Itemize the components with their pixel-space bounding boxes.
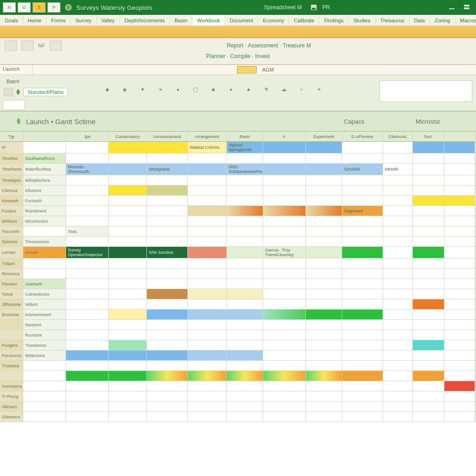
cell[interactable]: Segmeant <box>342 206 383 216</box>
cell[interactable] <box>383 258 413 269</box>
cell[interactable] <box>23 142 66 153</box>
cell[interactable] <box>342 289 383 299</box>
cell[interactable] <box>147 216 188 226</box>
pin-icon[interactable]: ◉ <box>120 84 130 94</box>
cell[interactable] <box>306 361 342 371</box>
cell[interactable] <box>444 330 475 340</box>
tab-valley[interactable]: Valley <box>97 15 120 26</box>
cell[interactable] <box>147 279 188 289</box>
cell[interactable] <box>66 361 109 371</box>
cell[interactable] <box>66 310 109 320</box>
cell[interactable] <box>188 340 227 350</box>
cell[interactable] <box>109 320 147 330</box>
cell[interactable] <box>413 402 444 412</box>
cell[interactable] <box>306 175 342 185</box>
minimize-button[interactable] <box>445 2 458 13</box>
cell[interactable] <box>413 153 444 164</box>
cell[interactable] <box>227 185 263 196</box>
cell[interactable] <box>147 206 188 216</box>
cell[interactable] <box>227 216 263 226</box>
row-header[interactable]: M <box>0 142 23 153</box>
cell[interactable] <box>227 361 263 371</box>
cell[interactable] <box>147 142 188 153</box>
col-header[interactable]: Sort. <box>413 132 444 142</box>
cell[interactable] <box>383 185 413 196</box>
cell[interactable] <box>342 320 383 330</box>
cell[interactable] <box>444 237 475 247</box>
cell[interactable] <box>227 412 263 422</box>
cell[interactable] <box>306 247 342 258</box>
ring-icon[interactable]: ◯ <box>191 84 201 94</box>
cell[interactable] <box>306 279 342 289</box>
cell[interactable] <box>188 258 227 269</box>
row-header[interactable] <box>0 371 23 381</box>
hills-icon[interactable]: ⛰ <box>279 84 289 94</box>
cell[interactable] <box>227 175 263 185</box>
tab-thesaurus[interactable]: Thesaurus <box>376 15 410 26</box>
cell[interactable] <box>66 371 109 381</box>
row-header[interactable]: Tokee <box>0 289 23 299</box>
tab-zoning[interactable]: Zoning <box>430 15 456 26</box>
cell[interactable] <box>188 350 227 361</box>
cell[interactable] <box>342 185 383 196</box>
row-header[interactable]: Trosesca <box>0 361 23 371</box>
cell[interactable] <box>66 391 109 402</box>
cell[interactable] <box>413 299 444 310</box>
terrain-selector[interactable]: Standard/Plains <box>23 88 68 96</box>
cell[interactable] <box>188 175 227 185</box>
quick-print-button[interactable]: P <box>47 2 60 13</box>
tab-document[interactable]: Document <box>225 15 258 26</box>
cell[interactable] <box>109 289 147 299</box>
cell[interactable] <box>383 216 413 226</box>
cell[interactable] <box>109 175 147 185</box>
cell[interactable] <box>263 340 306 350</box>
cell[interactable] <box>66 258 109 269</box>
cell[interactable] <box>342 340 383 350</box>
cell[interactable] <box>413 279 444 289</box>
cell[interactable] <box>413 350 444 361</box>
cell[interactable] <box>383 391 413 402</box>
row-header[interactable]: Syrauns <box>0 237 23 247</box>
sun-icon[interactable]: ☀ <box>314 84 324 94</box>
cell[interactable] <box>188 216 227 226</box>
cell[interactable] <box>147 391 188 402</box>
icon-button[interactable] <box>4 88 13 96</box>
cell[interactable] <box>383 412 413 422</box>
cell[interactable] <box>66 153 109 164</box>
cell[interactable] <box>109 371 147 381</box>
cell[interactable] <box>147 196 188 206</box>
cell[interactable] <box>263 216 306 226</box>
cell[interactable] <box>413 371 444 381</box>
cell[interactable] <box>188 391 227 402</box>
quick-save-button[interactable]: S <box>33 2 46 13</box>
cell[interactable] <box>66 320 109 330</box>
cell[interactable] <box>444 196 475 206</box>
cell[interactable] <box>188 330 227 340</box>
cell[interactable] <box>66 381 109 391</box>
flask-icon[interactable]: ⚗ <box>261 84 271 94</box>
cell[interactable]: Garcus · Troy · Transit/Journey <box>263 247 306 258</box>
tab-macros[interactable]: Macros <box>456 15 476 26</box>
cell[interactable] <box>342 269 383 279</box>
cell[interactable] <box>413 216 444 226</box>
cell[interactable] <box>147 226 188 237</box>
col-header[interactable]: Basin <box>227 132 263 142</box>
cell[interactable]: Waterfloothea <box>23 164 66 175</box>
cell[interactable] <box>147 402 188 412</box>
cell[interactable] <box>109 142 147 153</box>
row-header[interactable]: Ti Phong <box>0 391 23 402</box>
cell[interactable] <box>188 226 227 237</box>
cell[interactable] <box>306 299 342 310</box>
cell[interactable] <box>342 142 383 153</box>
cell[interactable] <box>383 153 413 164</box>
tab-workbook[interactable]: Workbook <box>192 15 225 26</box>
row-header[interactable] <box>0 320 23 330</box>
cell[interactable] <box>263 164 306 175</box>
cell[interactable]: Inploud Springsoosh <box>227 142 263 153</box>
cell[interactable] <box>227 310 263 320</box>
cell[interactable] <box>147 412 188 422</box>
cell[interactable] <box>383 330 413 340</box>
cell[interactable] <box>444 361 475 371</box>
cell[interactable] <box>227 153 263 164</box>
cell[interactable]: Survey Operator/Inspector <box>66 247 109 258</box>
